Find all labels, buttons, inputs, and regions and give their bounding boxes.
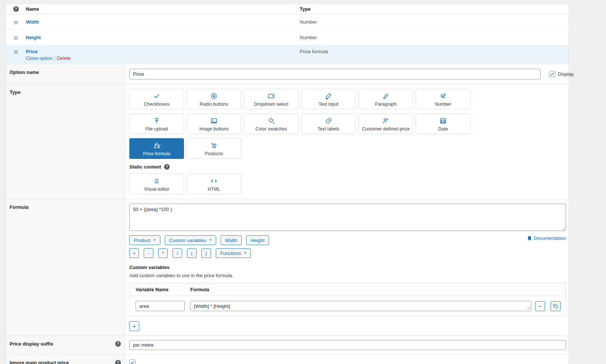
type-card-customer-defined-price[interactable]: $ Customer defined price <box>358 113 413 134</box>
insert-width-button[interactable]: Width <box>221 235 242 245</box>
table-row-width: Width Number <box>6 14 569 30</box>
type-card-paragraph[interactable]: Paragraph <box>358 89 413 109</box>
custom-variables-description: Add custom variables to use in the price… <box>129 273 566 278</box>
product-dropdown-button[interactable]: Product▼ <box>129 235 160 245</box>
drag-handle-icon[interactable] <box>6 45 26 64</box>
type-card-products[interactable]: Products <box>187 138 241 159</box>
drag-handle-icon[interactable] <box>6 30 26 45</box>
paragraph-icon <box>382 92 390 101</box>
type-card-number[interactable]: 2 Number <box>416 89 470 109</box>
variable-formula-input[interactable] <box>190 301 531 311</box>
open-paren-button[interactable]: ( <box>187 248 197 258</box>
tag-icon <box>324 116 333 125</box>
variable-name-input[interactable] <box>136 301 185 311</box>
pencil-icon <box>324 92 333 101</box>
duplicate-variable-button[interactable] <box>551 301 561 311</box>
price-display-suffix-input[interactable] <box>129 340 566 350</box>
formula-row: Formula 50 + ([area] *100 ) Product▼ Cus… <box>6 199 569 336</box>
type-card-file-upload[interactable]: File upload <box>129 113 184 134</box>
type-card-checkboxes[interactable]: Checkboxes <box>129 89 184 109</box>
dropdown-caret-icon: ▼ <box>244 252 246 255</box>
type-card-html[interactable]: HTML <box>187 174 241 194</box>
delete-option-link[interactable]: Delete <box>57 55 71 61</box>
resize-handle[interactable] <box>562 227 565 231</box>
customer-price-icon: $ <box>381 116 390 125</box>
resize-handle[interactable] <box>527 306 530 310</box>
formula-label: Formula <box>10 204 28 210</box>
type-card-radio-buttons[interactable]: Radio buttons <box>187 89 241 109</box>
option-name-label: Option name <box>10 69 39 75</box>
radio-icon <box>210 92 218 101</box>
custom-variables-dropdown-button[interactable]: Custom variables▼ <box>165 235 216 245</box>
action-separator: | <box>54 55 55 61</box>
option-editor-panel: ? Name Type Width Number Height Number <box>6 4 569 364</box>
name-column-header: Name <box>26 6 300 12</box>
documentation-link[interactable]: Documentation <box>527 235 566 241</box>
help-icon[interactable]: ? <box>115 360 121 364</box>
multiply-operator-button[interactable]: * <box>158 248 168 258</box>
insert-height-button[interactable]: Height <box>246 235 269 245</box>
ignore-main-product-price-checkbox[interactable] <box>129 360 136 364</box>
type-card-visual-editor[interactable]: Visual editor <box>129 174 184 194</box>
cart-icon <box>210 141 218 150</box>
type-card-grid: Checkboxes Radio buttons Dropdown select <box>129 89 475 159</box>
option-type-value: Number <box>300 30 569 45</box>
table-row-price: Price Close option|Delete Price formula <box>6 45 569 64</box>
product-options-screen: ? Name Type Width Number Height Number <box>0 0 606 364</box>
type-card-date[interactable]: Date <box>416 113 470 134</box>
display-checkbox-label: Display <box>558 71 574 77</box>
type-card-image-buttons[interactable]: Image buttons <box>187 113 241 134</box>
help-icon[interactable]: ? <box>115 341 121 347</box>
option-name-row: Option name Display <box>6 64 569 84</box>
dropdown-caret-icon: ▼ <box>153 239 156 242</box>
number-icon: 2 <box>439 92 447 101</box>
display-checkbox[interactable] <box>549 71 555 77</box>
remove-variable-button[interactable]: − <box>535 301 545 311</box>
operator-buttons: + - * / ( ) Functions▼ <box>129 248 566 258</box>
close-paren-button[interactable]: ) <box>201 248 211 258</box>
option-type-value: Price formula <box>300 45 569 64</box>
copy-icon <box>553 303 558 309</box>
formula-column-header: Formula <box>190 287 209 292</box>
option-name-link[interactable]: Price <box>26 49 38 54</box>
divide-operator-button[interactable]: / <box>173 248 182 258</box>
svg-text:2: 2 <box>440 93 442 97</box>
functions-dropdown-button[interactable]: Functions▼ <box>216 248 251 258</box>
options-table: ? Name Type Width Number Height Number <box>6 4 569 64</box>
option-type-value: Number <box>300 14 569 30</box>
type-label: Type <box>10 89 20 95</box>
row-actions: Close option|Delete <box>26 55 300 61</box>
help-icon[interactable]: ? <box>13 6 19 12</box>
dropdown-select-icon <box>267 92 276 101</box>
close-option-link[interactable]: Close option <box>26 55 52 61</box>
help-icon[interactable]: ? <box>164 164 170 170</box>
type-card-text-input[interactable]: Text input <box>301 89 356 109</box>
formula-textarea[interactable]: 50 + ([area] *100 ) <box>129 204 566 231</box>
code-icon <box>209 177 219 186</box>
type-card-color-swatches[interactable]: Color swatches <box>244 113 299 134</box>
price-display-suffix-row: Price display suffix ? <box>6 336 569 355</box>
table-row-height: Height Number <box>6 30 569 45</box>
type-row: Type Checkboxes Radio buttons <box>6 84 569 199</box>
option-name-input[interactable] <box>129 69 541 79</box>
type-card-text-labels[interactable]: Text labels <box>301 113 356 134</box>
svg-text:$: $ <box>387 118 388 121</box>
book-icon <box>527 236 532 241</box>
static-content-label: Static content <box>129 164 161 170</box>
custom-variable-row: − <box>130 296 566 316</box>
plus-operator-button[interactable]: + <box>129 248 139 258</box>
dropdown-caret-icon: ▼ <box>209 239 212 242</box>
type-card-price-formula[interactable]: fx Price formula <box>129 138 184 159</box>
color-swatch-icon <box>267 116 276 125</box>
price-display-suffix-label: Price display suffix <box>10 341 54 347</box>
static-content-card-grid: Visual editor HTML <box>129 174 475 194</box>
option-name-link[interactable]: Height <box>26 35 41 40</box>
type-card-dropdown-select[interactable]: Dropdown select <box>244 89 299 109</box>
add-variable-button[interactable]: + <box>129 321 139 331</box>
drag-handle-icon[interactable] <box>6 14 26 30</box>
option-name-link[interactable]: Width <box>26 19 39 25</box>
options-table-header: ? Name Type <box>6 4 569 14</box>
custom-variables-heading: Custom variables <box>129 265 566 270</box>
minus-operator-button[interactable]: - <box>144 248 153 258</box>
checkmark-icon <box>153 92 161 101</box>
